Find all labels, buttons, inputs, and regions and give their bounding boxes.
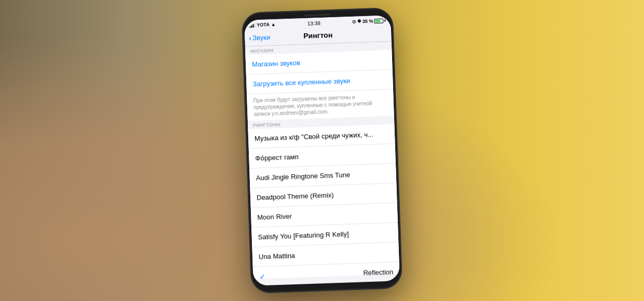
status-time: 13:38	[307, 20, 320, 26]
settings-icon: ⊙	[352, 19, 356, 24]
phone-device: YOTA ▲ 13:38 ⊙ ✱ 35 %	[242, 8, 403, 293]
download-all-label: Загрузить все купленные звуки	[252, 77, 350, 88]
signal-bars-icon	[249, 23, 255, 28]
wifi-icon: ▲	[271, 22, 276, 27]
bluetooth-icon: ✱	[357, 19, 361, 24]
back-label: Звуки	[252, 33, 270, 42]
page-title: Рингтон	[303, 31, 332, 40]
ringtone-label-3: Audi Jingle Ringtone Sms Tune	[256, 171, 351, 182]
phone-screen: YOTA ▲ 13:38 ⊙ ✱ 35 %	[244, 15, 400, 286]
ringtone-label-8: Reflection	[363, 268, 393, 277]
back-chevron-icon: ‹	[249, 33, 252, 42]
carrier-label: YOTA	[257, 22, 270, 28]
ringtones-list: Музыка из к/ф "Свой среди чужих, ч... Фо…	[248, 124, 399, 279]
status-right: ⊙ ✱ 35 %	[352, 18, 386, 24]
ringtone-label-6: Satisfy You [Featuring R Kelly]	[258, 230, 348, 241]
sound-store-label: Магазин звуков	[252, 59, 300, 68]
description-text: При этом будут загружены все рингтоны и …	[253, 93, 387, 118]
ringtone-label-4: Deadpool Theme (Remix)	[257, 191, 334, 201]
battery-tip	[384, 20, 385, 22]
ringtone-label-1: Музыка из к/ф "Свой среди чужих, ч...	[254, 131, 373, 143]
signal-bar-2	[251, 25, 252, 28]
ringtone-label-5: Moon River	[257, 212, 292, 221]
battery-icon	[374, 18, 385, 23]
battery-body	[374, 18, 383, 23]
phone-speaker	[304, 13, 330, 17]
signal-bar-1	[250, 26, 251, 28]
ringtone-label-2: Фо́ррест гамп	[255, 153, 299, 162]
battery-fill	[375, 19, 380, 22]
back-button[interactable]: ‹ Звуки	[249, 33, 270, 42]
battery-percent: 35 %	[363, 18, 373, 24]
signal-bar-4	[254, 23, 255, 28]
phone-body: YOTA ▲ 13:38 ⊙ ✱ 35 %	[242, 8, 403, 293]
signal-bar-3	[252, 24, 253, 28]
content-area: МАГАЗИН Магазин звуков Загрузить все куп…	[245, 42, 399, 279]
selected-checkmark-icon: ✓	[259, 272, 266, 279]
ringtone-label-7: Una Mattina	[259, 252, 296, 261]
status-left: YOTA ▲	[249, 22, 276, 28]
store-section-list: Магазин звуков Загрузить все купленные з…	[245, 50, 394, 121]
